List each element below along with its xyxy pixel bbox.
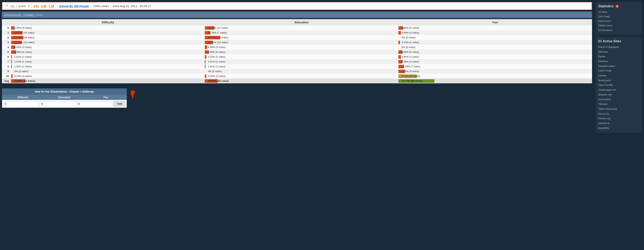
question-icon: ?	[4, 4, 9, 8]
views-count: 72951 views	[93, 5, 109, 8]
row-label: 2	[2, 35, 11, 40]
site-list-item: TDHack	[598, 102, 640, 107]
score-bar: ? 📖 | score: 2 | 2.81 2.56 7.18 | Solved…	[2, 2, 592, 10]
col-empty	[2, 19, 11, 26]
fun-cell: 12.9% (8 votes)	[398, 69, 592, 74]
vote-section: Vote for the Shadowlamb - Chapter I chal…	[2, 88, 127, 108]
col-difficulty: Difficulty	[11, 19, 205, 26]
challenge-title-link[interactable]: Shadowlamb - Chapter I	[4, 13, 36, 16]
row-label: 7	[2, 59, 11, 64]
difficulty-cell: 1.61% (1 votes)	[11, 64, 205, 69]
fun-cell: 4.84% (3 votes)	[398, 54, 592, 59]
stats-challs: 158 Challs	[598, 15, 610, 18]
site-list-item: Rankk	[598, 54, 640, 59]
fun-cell: 3.23% (2 votes)	[398, 40, 592, 45]
statistics-title: Statistics ⊗	[598, 4, 640, 8]
score-value: 2	[28, 5, 30, 8]
education-cell: 1.61% (1 votes)	[205, 59, 398, 64]
sidebar: Statistics ⊗ 51 Sites 158 Challs 8205 Po…	[594, 0, 644, 250]
row-label: 3	[2, 40, 11, 45]
education-input[interactable]	[40, 101, 76, 106]
difficulty-input[interactable]	[4, 101, 39, 106]
site-list-item: listbrain.tk	[598, 121, 640, 126]
vote-headers: Difficulty Education Fun	[2, 95, 127, 100]
row-label: 8	[2, 64, 11, 69]
vote-col-education: Education	[44, 95, 85, 100]
statistics-box: Statistics ⊗ 51 Sites 158 Challs 8205 Po…	[596, 2, 642, 35]
difficulty-cell: 3.23% (2 votes)	[11, 74, 205, 78]
difficulty-cell: 9.68% (6 votes)	[11, 50, 205, 54]
statistics-title-text: Statistics	[598, 4, 614, 8]
vote-inputs: Vote	[2, 100, 127, 108]
difficulty-cell: 28.06% (62 votes)	[11, 78, 205, 83]
site-list-item: HackThisSite	[598, 83, 640, 88]
score-link-2[interactable]: 2.56	[41, 5, 46, 8]
education-cell: 30.65% (19 votes)	[205, 35, 398, 40]
site-list-item: LOST-Chall	[598, 68, 640, 73]
stats-table: Difficulty Education Fun 06.45% (4 votes…	[2, 19, 592, 83]
row-label: 10	[2, 74, 11, 78]
education-cell: 8.06% (5 votes)	[205, 50, 398, 54]
site-list-item: BrainQuest	[598, 78, 640, 83]
difficulty-cell: 0% (0 votes)	[11, 69, 205, 74]
site-list-item: Hacker.org	[598, 116, 640, 121]
site-list-item: +Ma's Reversing	[598, 107, 640, 111]
stats-posts: 8205 Posts	[598, 20, 611, 23]
since-date: since Aug 01, 2011 - 01:05:17	[112, 5, 151, 8]
row-label: Avg	[2, 78, 11, 83]
fun-cell: 0% (0 votes)	[398, 35, 592, 40]
vote-col-difficulty: Difficulty	[2, 95, 44, 100]
row-label: 0	[2, 26, 11, 30]
site-list-item: elhacker.net	[598, 92, 640, 97]
arrow-container	[131, 86, 169, 101]
row-label: 5	[2, 50, 11, 54]
solved-link[interactable]: Solved By 355 People	[59, 5, 89, 8]
fun-cell: 4.84% (3 votes)	[398, 30, 592, 35]
col-fun: Fun	[398, 19, 592, 26]
vote-button[interactable]: Vote	[114, 101, 125, 106]
site-list-item: WeChall	[598, 50, 640, 54]
row-label: 9	[2, 69, 11, 74]
difficulty-cell: 1.61% (1 votes)	[11, 59, 205, 64]
education-cell: 11.29% (7 votes)	[205, 30, 398, 35]
stats-sites: 51 Sites	[598, 11, 607, 14]
book-icon: 📖	[10, 4, 15, 8]
challenge-title-bar: Shadowlamb - Chapter I (Fun)	[2, 12, 592, 18]
separator5: |	[110, 5, 111, 8]
row-label: 6	[2, 54, 11, 59]
score-link-1[interactable]: 2.81	[33, 5, 39, 8]
col-education: Education	[205, 19, 398, 26]
difficulty-cell: 22.58% (14 votes)	[11, 30, 205, 35]
arrow-icon	[131, 86, 169, 101]
fun-cell: 8.06% (5 votes)	[398, 59, 592, 64]
separator2: |	[31, 5, 32, 8]
fun-input[interactable]	[77, 101, 113, 106]
fun-cell: 0% (0 votes)	[398, 45, 592, 50]
row-label: 1	[2, 30, 11, 35]
separator3: |	[57, 5, 58, 8]
site-list-item: NewbieContest	[598, 64, 640, 69]
stats-users: 59698 Users	[598, 24, 612, 27]
education-cell: 1.61% (1 votes)	[205, 64, 398, 69]
row-label: 4	[2, 45, 11, 50]
statistics-icon: ⊗	[615, 5, 619, 8]
site-list-item: TryThis0ne	[598, 97, 640, 102]
separator4: |	[90, 5, 91, 8]
vote-col-fun: Fun	[85, 95, 127, 100]
education-cell: 3.23% (2 votes)	[205, 74, 398, 78]
score-link-3[interactable]: 7.18	[48, 5, 54, 8]
education-cell: 19.35% (12 votes)	[205, 26, 398, 30]
fun-cell: 37.1% (23 votes)	[398, 74, 592, 78]
difficulty-cell: 24.19% (15 votes)	[11, 35, 205, 40]
education-cell: 0% (0 votes)	[205, 69, 398, 74]
fun-cell: 71.77% (62 votes)	[398, 78, 592, 83]
stats-content: 51 Sites 158 Challs 8205 Posts 59698 Use…	[598, 10, 640, 32]
site-list-item: World of Wargame	[598, 45, 640, 50]
challenge-fun-label: (Fun)	[36, 13, 43, 16]
education-cell: 4.84% (3 votes)	[205, 45, 398, 50]
site-list-item: hax.tor.hu	[598, 111, 640, 116]
stats-donations: 32 donations	[598, 29, 612, 32]
education-cell: 25.65% (62 votes)	[205, 78, 398, 83]
active-sites-box: 51 Active Sites World of WargameWeChallR…	[596, 37, 642, 133]
fun-cell: 11.29% (7 votes)	[398, 64, 592, 69]
